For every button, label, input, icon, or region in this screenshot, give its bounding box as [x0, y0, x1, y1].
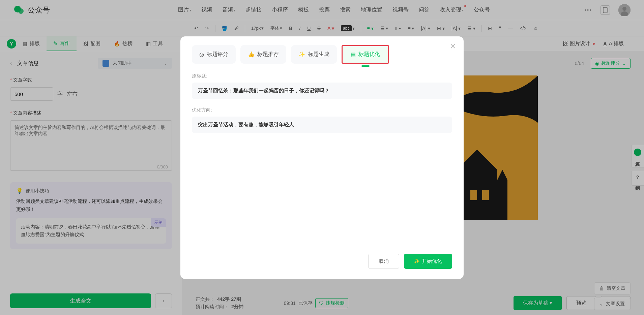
tab-title-generate[interactable]: ✨ 标题生成: [291, 45, 337, 64]
cancel-button[interactable]: 取消: [368, 254, 399, 269]
optimize-direction-input[interactable]: [192, 117, 452, 133]
optimize-icon: ▤: [351, 51, 356, 58]
start-optimize-button[interactable]: ✨ 开始优化: [404, 254, 452, 269]
original-title-label: 原标题:: [192, 73, 452, 79]
tab-title-optimize[interactable]: ▤ 标题优化: [342, 45, 389, 64]
close-icon[interactable]: ✕: [449, 42, 457, 51]
tab-title-generate-label: 标题生成: [308, 51, 329, 58]
thumb-icon: 👍: [248, 51, 255, 58]
tab-title-optimize-label: 标题优化: [358, 51, 380, 58]
score-icon: ◎: [199, 51, 204, 58]
modal-overlay: ✕ ◎ 标题评分 👍 标题推荐 ✨ 标题生成 ▤ 标题优化 原标题: 优化方向:: [0, 0, 644, 315]
optimize-direction-label: 优化方向:: [192, 107, 452, 113]
tab-title-recommend-label: 标题推荐: [257, 51, 279, 58]
tab-title-score-label: 标题评分: [207, 51, 228, 58]
original-title-input[interactable]: [192, 83, 452, 99]
tab-title-recommend[interactable]: 👍 标题推荐: [240, 45, 286, 64]
wand-icon: ✨: [298, 51, 305, 58]
sparkle-icon: ✨: [414, 258, 420, 264]
title-modal: ✕ ◎ 标题评分 👍 标题推荐 ✨ 标题生成 ▤ 标题优化 原标题: 优化方向:: [180, 36, 464, 279]
submit-label: 开始优化: [422, 258, 442, 264]
tab-title-score[interactable]: ◎ 标题评分: [192, 45, 236, 64]
